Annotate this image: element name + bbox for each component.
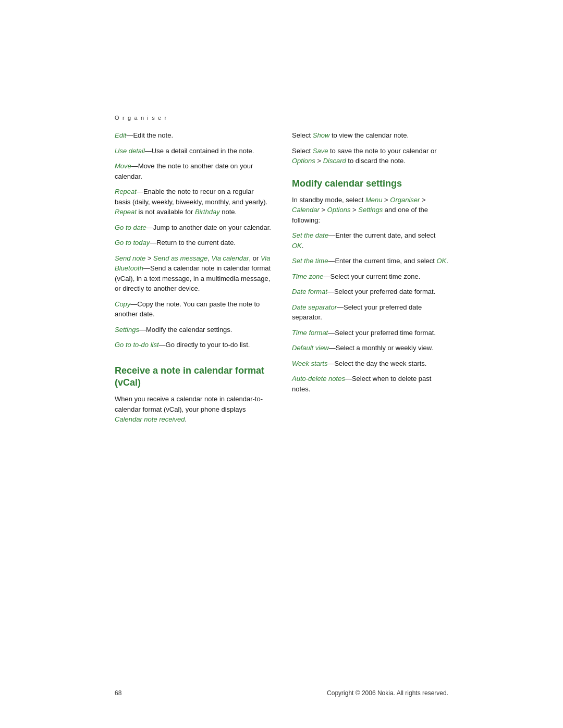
modify-section: Modify calendar settings In standby mode…	[292, 178, 448, 394]
item-go-to-date: Go to date—Jump to another date on your …	[115, 223, 271, 233]
item-repeat: Repeat—Enable the note to recur on a reg…	[115, 187, 271, 217]
content-area: O r g a n i s e r Edit—Edit the note. Us…	[115, 115, 448, 645]
date-separator-label: Date separator	[292, 303, 337, 311]
item-save: Select Save to save the note to your cal…	[292, 146, 448, 166]
item-use-detail: Use detail—Use a detail contained in the…	[115, 146, 271, 156]
send-as-message-label: Send as message	[153, 254, 207, 262]
item-date-separator: Date separator—Select your preferred dat…	[292, 302, 448, 323]
auto-delete-label: Auto-delete notes	[292, 375, 345, 382]
item-default-view: Default view—Select a monthly or weekly …	[292, 343, 448, 353]
show-label: Show	[313, 131, 330, 139]
options-label-2: Options	[327, 206, 351, 214]
page: O r g a n i s e r Edit—Edit the note. Us…	[0, 0, 563, 728]
modify-section-intro: In standby mode, select Menu > Organiser…	[292, 195, 448, 226]
item-edit: Edit—Edit the note.	[115, 130, 271, 141]
organiser-label: Organiser	[390, 196, 420, 204]
edit-label: Edit	[115, 131, 126, 139]
calendar-note-received-label: Calendar note received	[115, 415, 185, 423]
send-note-label: Send note	[115, 254, 145, 262]
left-column: Edit—Edit the note. Use detail—Use a det…	[115, 130, 271, 430]
item-set-date: Set the date—Enter the current date, and…	[292, 230, 448, 251]
ok-label-1: OK	[292, 242, 302, 250]
item-week-starts: Week starts—Select the day the week star…	[292, 359, 448, 369]
item-go-to-do-list: Go to to-do list—Go directly to your to-…	[115, 340, 271, 350]
page-number: 68	[115, 689, 121, 697]
go-to-do-list-label: Go to to-do list	[115, 341, 159, 349]
set-the-date-label: Set the date	[292, 231, 328, 239]
item-settings: Settings—Modify the calendar settings.	[115, 325, 271, 335]
receive-section-intro: When you receive a calendar note in cale…	[115, 394, 271, 425]
go-to-date-label: Go to date	[115, 224, 146, 231]
go-to-today-label: Go to today	[115, 239, 150, 246]
discard-label: Discard	[323, 157, 346, 165]
time-zone-label: Time zone	[292, 273, 324, 280]
date-format-label: Date format	[292, 288, 327, 295]
footer: 68 Copyright © 2006 Nokia. All rights re…	[115, 689, 448, 697]
item-set-time: Set the time—Enter the current time, and…	[292, 256, 448, 266]
use-detail-label: Use detail	[115, 147, 145, 155]
default-view-label: Default view	[292, 344, 329, 352]
receive-section-title: Receive a note in calendar format (vCal)	[115, 365, 271, 389]
section-header: O r g a n i s e r	[115, 115, 448, 121]
item-show: Select Show to view the calendar note.	[292, 130, 448, 141]
week-starts-label: Week starts	[292, 360, 327, 367]
save-label: Save	[313, 147, 328, 155]
item-go-to-today: Go to today—Return to the current date.	[115, 238, 271, 248]
item-date-format: Date format—Select your preferred date f…	[292, 287, 448, 297]
right-column: Select Show to view the calendar note. S…	[292, 130, 448, 430]
set-the-time-label: Set the time	[292, 257, 328, 265]
item-auto-delete: Auto-delete notes—Select when to delete …	[292, 374, 448, 394]
copy-label: Copy	[115, 300, 130, 308]
item-move: Move—Move the note to another date on yo…	[115, 161, 271, 181]
repeat-label: Repeat	[115, 188, 137, 195]
menu-label: Menu	[365, 196, 383, 204]
item-copy: Copy—Copy the note. You can paste the no…	[115, 299, 271, 319]
birthday-label: Birthday	[195, 208, 220, 216]
settings-label-2: Settings	[358, 206, 383, 214]
receive-section: Receive a note in calendar format (vCal)…	[115, 365, 271, 425]
time-format-label: Time format	[292, 329, 328, 337]
item-time-zone: Time zone—Select your current time zone.	[292, 272, 448, 282]
modify-section-title: Modify calendar settings	[292, 178, 448, 190]
calendar-label: Calendar	[292, 206, 320, 214]
copyright-text: Copyright © 2006 Nokia. All rights reser…	[327, 689, 448, 697]
repeat-label-2: Repeat	[115, 208, 137, 216]
via-calendar-label: Via calendar	[211, 254, 249, 262]
settings-label: Settings	[115, 326, 139, 334]
item-send-note: Send note > Send as message, Via calenda…	[115, 253, 271, 294]
ok-label-2: OK	[436, 257, 446, 265]
move-label: Move	[115, 162, 131, 170]
options-label: Options	[292, 157, 315, 165]
two-column-layout: Edit—Edit the note. Use detail—Use a det…	[115, 130, 448, 430]
item-time-format: Time format—Select your preferred time f…	[292, 328, 448, 338]
